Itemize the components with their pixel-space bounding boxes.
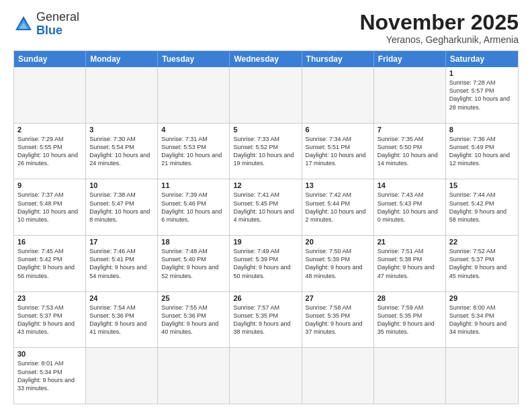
day-number: 27	[306, 294, 370, 302]
cal-cell: 27Sunrise: 7:58 AM Sunset: 5:35 PM Dayli…	[302, 292, 374, 348]
day-number: 28	[378, 294, 442, 302]
cal-cell	[302, 67, 374, 123]
cal-cell: 6Sunrise: 7:34 AM Sunset: 5:51 PM Daylig…	[302, 124, 374, 179]
cal-cell	[302, 348, 374, 404]
cal-cell	[374, 348, 446, 404]
day-number: 6	[306, 126, 370, 134]
cal-cell: 9Sunrise: 7:37 AM Sunset: 5:48 PM Daylig…	[14, 179, 86, 235]
header-day-tuesday: Tuesday	[158, 51, 230, 67]
day-number: 10	[89, 181, 154, 189]
cell-info: Sunrise: 7:29 AM Sunset: 5:55 PM Dayligh…	[17, 135, 82, 168]
cell-info: Sunrise: 7:33 AM Sunset: 5:52 PM Dayligh…	[233, 135, 298, 168]
day-number: 20	[306, 238, 370, 246]
week-row-0: 1Sunrise: 7:28 AM Sunset: 5:57 PM Daylig…	[14, 67, 518, 124]
week-row-3: 16Sunrise: 7:45 AM Sunset: 5:42 PM Dayli…	[14, 236, 518, 292]
cell-info: Sunrise: 7:31 AM Sunset: 5:53 PM Dayligh…	[161, 135, 226, 168]
cal-cell: 11Sunrise: 7:39 AM Sunset: 5:46 PM Dayli…	[158, 179, 230, 235]
cal-cell: 26Sunrise: 7:57 AM Sunset: 5:35 PM Dayli…	[230, 292, 302, 348]
cal-cell: 14Sunrise: 7:43 AM Sunset: 5:43 PM Dayli…	[374, 179, 446, 235]
cell-info: Sunrise: 7:37 AM Sunset: 5:48 PM Dayligh…	[17, 191, 82, 224]
day-number: 23	[17, 294, 82, 302]
day-number: 2	[17, 126, 82, 134]
cell-info: Sunrise: 7:30 AM Sunset: 5:54 PM Dayligh…	[89, 135, 154, 168]
cell-info: Sunrise: 7:51 AM Sunset: 5:38 PM Dayligh…	[378, 247, 442, 280]
header-day-sunday: Sunday	[14, 51, 86, 67]
cal-cell	[158, 348, 230, 404]
cal-cell: 19Sunrise: 7:49 AM Sunset: 5:39 PM Dayli…	[230, 236, 302, 291]
location: Yeranos, Gegharkunik, Armenia	[359, 34, 519, 45]
month-title: November 2025	[359, 11, 519, 34]
cal-cell: 17Sunrise: 7:46 AM Sunset: 5:41 PM Dayli…	[86, 236, 158, 291]
day-number: 19	[233, 238, 298, 246]
day-number: 24	[89, 294, 154, 302]
cal-cell: 10Sunrise: 7:38 AM Sunset: 5:47 PM Dayli…	[86, 179, 158, 235]
cell-info: Sunrise: 7:54 AM Sunset: 5:36 PM Dayligh…	[89, 304, 154, 336]
cell-info: Sunrise: 7:35 AM Sunset: 5:50 PM Dayligh…	[378, 135, 442, 168]
calendar-header: SundayMondayTuesdayWednesdayThursdayFrid…	[14, 51, 518, 67]
title-area: November 2025 Yeranos, Gegharkunik, Arme…	[359, 11, 519, 45]
header-day-friday: Friday	[374, 51, 446, 67]
cell-info: Sunrise: 7:34 AM Sunset: 5:51 PM Dayligh…	[306, 135, 370, 168]
day-number: 16	[17, 238, 82, 246]
cal-cell	[446, 348, 518, 404]
cal-cell: 22Sunrise: 7:52 AM Sunset: 5:37 PM Dayli…	[446, 236, 518, 291]
day-number: 17	[89, 238, 154, 246]
cell-info: Sunrise: 7:43 AM Sunset: 5:43 PM Dayligh…	[378, 191, 442, 224]
week-row-5: 30Sunrise: 8:01 AM Sunset: 5:34 PM Dayli…	[14, 348, 518, 404]
cell-info: Sunrise: 8:00 AM Sunset: 5:34 PM Dayligh…	[449, 304, 515, 336]
day-number: 12	[233, 181, 298, 189]
logo-text: General Blue	[36, 11, 79, 38]
week-row-4: 23Sunrise: 7:53 AM Sunset: 5:37 PM Dayli…	[14, 292, 518, 349]
header-day-saturday: Saturday	[446, 51, 518, 67]
cal-cell	[230, 67, 302, 123]
day-number: 15	[449, 181, 515, 189]
cal-cell: 7Sunrise: 7:35 AM Sunset: 5:50 PM Daylig…	[374, 124, 446, 179]
day-number: 3	[89, 126, 154, 134]
cell-info: Sunrise: 7:48 AM Sunset: 5:40 PM Dayligh…	[161, 247, 226, 280]
cal-cell: 1Sunrise: 7:28 AM Sunset: 5:57 PM Daylig…	[446, 67, 518, 123]
cal-cell: 13Sunrise: 7:42 AM Sunset: 5:44 PM Dayli…	[302, 179, 374, 235]
cal-cell: 28Sunrise: 7:59 AM Sunset: 5:35 PM Dayli…	[374, 292, 446, 348]
day-number: 8	[449, 126, 515, 134]
cal-cell: 12Sunrise: 7:41 AM Sunset: 5:45 PM Dayli…	[230, 179, 302, 235]
header-day-wednesday: Wednesday	[230, 51, 302, 67]
cal-cell: 25Sunrise: 7:55 AM Sunset: 5:36 PM Dayli…	[158, 292, 230, 348]
cell-info: Sunrise: 7:49 AM Sunset: 5:39 PM Dayligh…	[233, 247, 298, 280]
cal-cell: 29Sunrise: 8:00 AM Sunset: 5:34 PM Dayli…	[446, 292, 518, 348]
day-number: 5	[233, 126, 298, 134]
week-row-2: 9Sunrise: 7:37 AM Sunset: 5:48 PM Daylig…	[14, 179, 518, 236]
header-day-monday: Monday	[86, 51, 158, 67]
cell-info: Sunrise: 8:01 AM Sunset: 5:34 PM Dayligh…	[17, 359, 82, 392]
cell-info: Sunrise: 7:42 AM Sunset: 5:44 PM Dayligh…	[306, 191, 370, 224]
day-number: 13	[306, 181, 370, 189]
cal-cell: 2Sunrise: 7:29 AM Sunset: 5:55 PM Daylig…	[14, 124, 86, 179]
calendar: SundayMondayTuesdayWednesdayThursdayFrid…	[13, 50, 519, 404]
day-number: 9	[17, 181, 82, 189]
cal-cell: 18Sunrise: 7:48 AM Sunset: 5:40 PM Dayli…	[158, 236, 230, 291]
cal-cell	[86, 67, 158, 123]
day-number: 4	[161, 126, 226, 134]
day-number: 25	[161, 294, 226, 302]
cal-cell: 21Sunrise: 7:51 AM Sunset: 5:38 PM Dayli…	[374, 236, 446, 291]
day-number: 11	[161, 181, 226, 189]
cell-info: Sunrise: 7:46 AM Sunset: 5:41 PM Dayligh…	[89, 247, 154, 280]
logo: General Blue	[13, 11, 79, 38]
calendar-body: 1Sunrise: 7:28 AM Sunset: 5:57 PM Daylig…	[14, 67, 518, 404]
cell-info: Sunrise: 7:44 AM Sunset: 5:42 PM Dayligh…	[449, 191, 515, 224]
cal-cell: 4Sunrise: 7:31 AM Sunset: 5:53 PM Daylig…	[158, 124, 230, 179]
cal-cell	[374, 67, 446, 123]
cell-info: Sunrise: 7:58 AM Sunset: 5:35 PM Dayligh…	[306, 304, 370, 336]
day-number: 18	[161, 238, 226, 246]
week-row-1: 2Sunrise: 7:29 AM Sunset: 5:55 PM Daylig…	[14, 124, 518, 180]
cal-cell: 15Sunrise: 7:44 AM Sunset: 5:42 PM Dayli…	[446, 179, 518, 235]
cal-cell	[86, 348, 158, 404]
cal-cell: 16Sunrise: 7:45 AM Sunset: 5:42 PM Dayli…	[14, 236, 86, 291]
cell-info: Sunrise: 7:50 AM Sunset: 5:39 PM Dayligh…	[306, 247, 370, 280]
day-number: 21	[378, 238, 442, 246]
cell-info: Sunrise: 7:52 AM Sunset: 5:37 PM Dayligh…	[449, 247, 515, 280]
cal-cell	[14, 67, 86, 123]
cal-cell: 30Sunrise: 8:01 AM Sunset: 5:34 PM Dayli…	[14, 348, 86, 404]
day-number: 1	[449, 69, 515, 77]
cell-info: Sunrise: 7:59 AM Sunset: 5:35 PM Dayligh…	[378, 304, 442, 336]
cell-info: Sunrise: 7:36 AM Sunset: 5:49 PM Dayligh…	[449, 135, 515, 168]
